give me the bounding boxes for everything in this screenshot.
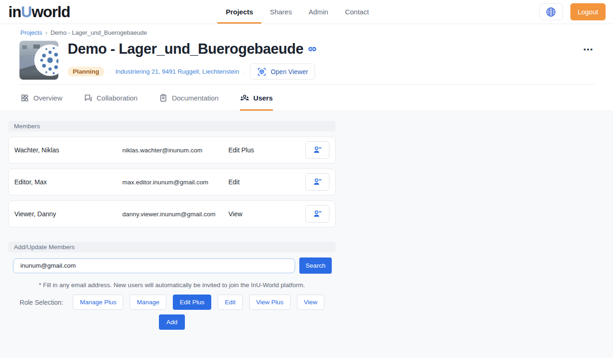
member-search-row: Search	[8, 257, 335, 274]
member-role: Edit Plus	[228, 146, 305, 154]
role-button-view-plus[interactable]: View Plus	[249, 295, 291, 310]
member-email: danny.viewer.inunum@gmail.com	[122, 211, 228, 218]
language-button[interactable]	[539, 3, 563, 20]
breadcrumb: Projects › Demo - Lager_und_Buerogebaeud…	[0, 24, 613, 40]
role-button-edit[interactable]: Edit	[218, 295, 242, 310]
tab-label: Overview	[33, 94, 63, 102]
meta-separator: ·	[244, 69, 246, 75]
role-selection-row: Role Selection: Manage Plus Manage Edit …	[8, 295, 335, 310]
clipboard-icon	[159, 94, 168, 102]
member-email: max.editor.inunum@gmail.com	[122, 179, 228, 186]
chat-icon	[84, 94, 93, 102]
member-name: Viewer, Danny	[14, 210, 122, 218]
role-button-manage[interactable]: Manage	[130, 295, 166, 310]
user-minus-icon	[312, 209, 322, 219]
status-badge: Planning	[68, 67, 104, 76]
breadcrumb-projects-link[interactable]: Projects	[20, 29, 42, 36]
open-viewer-button[interactable]: Open Viewer	[250, 63, 315, 80]
role-selection-label: Role Selection:	[19, 299, 63, 306]
project-address-link[interactable]: Industriering 21, 9491 Ruggell, Liechten…	[115, 68, 239, 75]
breadcrumb-current: Demo - Lager_und_Buerogebaeude	[51, 29, 147, 36]
remove-member-button[interactable]	[305, 173, 329, 191]
open-viewer-label: Open Viewer	[271, 68, 308, 75]
grid-icon	[20, 94, 29, 102]
breadcrumb-separator: ›	[45, 30, 47, 36]
meta-separator: ·	[109, 69, 111, 75]
nav-item-shares[interactable]: Shares	[261, 0, 300, 24]
tab-documentation[interactable]: Documentation	[159, 85, 219, 111]
remove-member-button[interactable]	[305, 141, 329, 159]
invite-helper-text: * Fill in any email address. New users w…	[8, 282, 335, 289]
member-row-wachter: Wachter, Niklas niklas.wachter@inunum.co…	[8, 137, 335, 163]
member-email: niklas.wachter@inunum.com	[122, 147, 228, 154]
more-options-button[interactable]: •••	[577, 41, 600, 80]
user-minus-icon	[312, 145, 322, 155]
member-role: View	[228, 210, 305, 218]
project-title: Demo - Lager_und_Buerogebaeude	[68, 41, 303, 57]
tab-label: Users	[253, 94, 273, 102]
email-search-input[interactable]	[13, 258, 295, 273]
add-member-button[interactable]: Add	[159, 314, 185, 330]
member-row-viewer: Viewer, Danny danny.viewer.inunum@gmail.…	[8, 201, 335, 227]
member-role: Edit	[228, 178, 305, 186]
nav-item-contact[interactable]: Contact	[336, 0, 377, 24]
members-section-header: Members	[8, 121, 335, 132]
tab-collaboration[interactable]: Collaboration	[84, 85, 138, 111]
role-button-view[interactable]: View	[297, 295, 324, 310]
project-tabs: Overview Collaboration Documentation	[0, 85, 613, 111]
project-header: Demo - Lager_und_Buerogebaeude Planning …	[0, 40, 613, 84]
user-minus-icon	[312, 177, 322, 187]
logo-part-3: world	[32, 3, 70, 21]
tab-users[interactable]: Users	[240, 85, 273, 111]
member-name: Wachter, Niklas	[14, 146, 122, 154]
nav-item-projects[interactable]: Projects	[217, 0, 261, 24]
member-name: Editor, Max	[14, 178, 122, 186]
tab-overview[interactable]: Overview	[20, 85, 63, 111]
project-thumbnail	[19, 41, 58, 80]
add-members-section-header: Add/Update Members	[8, 242, 335, 252]
role-button-manage-plus[interactable]: Manage Plus	[73, 295, 123, 310]
logout-button[interactable]: Logout	[570, 3, 606, 20]
logo-part-1: in	[8, 3, 21, 21]
logo-part-2: U	[21, 3, 32, 21]
remove-member-button[interactable]	[305, 205, 329, 223]
search-button[interactable]: Search	[299, 257, 332, 274]
role-button-edit-plus[interactable]: Edit Plus	[173, 295, 211, 310]
users-tab-content: Members Wachter, Niklas niklas.wachter@i…	[0, 111, 613, 358]
member-row-editor: Editor, Max max.editor.inunum@gmail.com …	[8, 169, 335, 195]
people-icon	[240, 93, 249, 102]
header-actions: Logout	[539, 0, 606, 24]
main-nav: Projects Shares Admin Contact	[217, 0, 377, 24]
viewer-cube-icon	[257, 67, 266, 76]
tab-label: Documentation	[172, 94, 219, 102]
tab-label: Collaboration	[97, 94, 138, 102]
top-header: inUworld Projects Shares Admin Contact L…	[0, 0, 613, 24]
nav-item-admin[interactable]: Admin	[300, 0, 337, 24]
copy-link-icon[interactable]	[307, 44, 317, 54]
app-logo[interactable]: inUworld	[8, 0, 70, 24]
globe-icon	[545, 6, 556, 18]
